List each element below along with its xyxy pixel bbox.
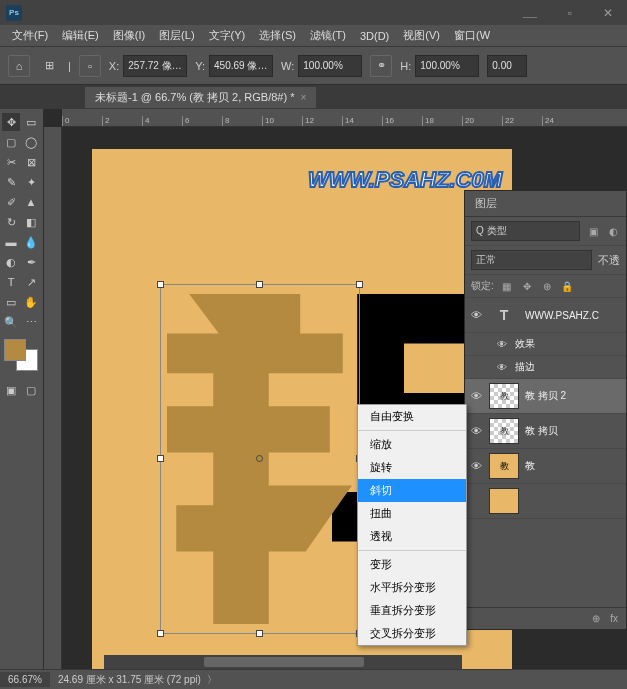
menu-split-horizontal[interactable]: 水平拆分变形 <box>358 576 466 599</box>
handle-bottom-left[interactable] <box>157 630 164 637</box>
link-layers-icon[interactable]: ⊕ <box>592 613 600 624</box>
screenmode-tool[interactable]: ▢ <box>22 381 40 399</box>
clone-tool[interactable]: ▲ <box>22 193 40 211</box>
angle-input[interactable] <box>487 55 527 77</box>
visibility-icon[interactable]: 👁 <box>495 362 509 373</box>
crop-tool[interactable]: ✂ <box>2 153 20 171</box>
x-input[interactable] <box>123 55 187 77</box>
menu-view[interactable]: 视图(V) <box>397 26 446 45</box>
handle-left[interactable] <box>157 455 164 462</box>
layer-copy-2[interactable]: 👁 教 教 拷贝 2 <box>465 379 626 414</box>
pen-tool[interactable]: ✒ <box>22 253 40 271</box>
menu-image[interactable]: 图像(I) <box>107 26 151 45</box>
lock-all-icon[interactable]: 🔒 <box>560 279 574 293</box>
handle-top[interactable] <box>256 281 263 288</box>
menu-warp[interactable]: 变形 <box>358 553 466 576</box>
scrollbar-thumb[interactable] <box>204 657 364 667</box>
status-bar: 66.67% 24.69 厘米 x 31.75 厘米 (72 ppi) 〉 <box>0 669 627 689</box>
menu-divider <box>358 430 466 431</box>
visibility-icon[interactable]: 👁 <box>495 339 509 350</box>
scrollbar-horizontal[interactable] <box>104 655 462 669</box>
menu-split-cross[interactable]: 交叉拆分变形 <box>358 622 466 645</box>
lock-pixels-icon[interactable]: ▦ <box>500 279 514 293</box>
hand-tool[interactable]: ✋ <box>22 293 40 311</box>
type-tool[interactable]: T <box>2 273 20 291</box>
menu-layer[interactable]: 图层(L) <box>153 26 200 45</box>
eraser-tool[interactable]: ◧ <box>22 213 40 231</box>
h-input[interactable] <box>415 55 479 77</box>
handle-center[interactable] <box>256 455 263 462</box>
blend-mode-select[interactable]: 正常 <box>471 250 592 270</box>
layer-original[interactable]: 👁 教 教 <box>465 449 626 484</box>
document-tab[interactable]: 未标题-1 @ 66.7% (教 拷贝 2, RGB/8#) * × <box>85 87 316 108</box>
brush-tool[interactable]: ✐ <box>2 193 20 211</box>
w-input[interactable] <box>298 55 362 77</box>
menu-perspective[interactable]: 透视 <box>358 525 466 548</box>
menu-rotate[interactable]: 旋转 <box>358 456 466 479</box>
visibility-icon[interactable]: 👁 <box>469 460 483 472</box>
link-icon[interactable]: ⚭ <box>370 55 392 77</box>
eyedropper-tool[interactable]: ✎ <box>2 173 20 191</box>
fx-icon[interactable]: fx <box>610 613 618 624</box>
layer-copy-1[interactable]: 👁 教 教 拷贝 <box>465 414 626 449</box>
home-icon[interactable]: ⌂ <box>8 55 30 77</box>
menu-distort[interactable]: 扭曲 <box>358 502 466 525</box>
shape-tool[interactable]: ▭ <box>2 293 20 311</box>
zoom-level[interactable]: 66.67% <box>0 672 50 687</box>
menu-file[interactable]: 文件(F) <box>6 26 54 45</box>
menu-edit[interactable]: 编辑(E) <box>56 26 105 45</box>
layer-stroke-effect[interactable]: 👁 描边 <box>465 356 626 379</box>
visibility-icon[interactable]: 👁 <box>469 390 483 402</box>
handle-top-left[interactable] <box>157 281 164 288</box>
magic-wand-tool[interactable]: ✦ <box>22 173 40 191</box>
quickmask-tool[interactable]: ▣ <box>2 381 20 399</box>
lasso-tool[interactable]: ◯ <box>22 133 40 151</box>
maximize-button[interactable]: ▫ <box>551 0 589 25</box>
frame-tool[interactable]: ⊠ <box>22 153 40 171</box>
visibility-icon[interactable]: 👁 <box>469 309 483 321</box>
artboard-tool[interactable]: ▭ <box>22 113 40 131</box>
transform-icon[interactable]: ⊞ <box>38 55 60 77</box>
layers-panel-tab[interactable]: 图层 <box>465 191 626 217</box>
handle-top-right[interactable] <box>356 281 363 288</box>
minimize-button[interactable] <box>523 10 537 18</box>
y-input[interactable] <box>209 55 273 77</box>
handle-bottom[interactable] <box>256 630 263 637</box>
menu-3d[interactable]: 3D(D) <box>354 28 395 44</box>
gradient-tool[interactable]: ▬ <box>2 233 20 251</box>
reference-point-icon[interactable]: ▫ <box>79 55 101 77</box>
menu-type[interactable]: 文字(Y) <box>203 26 252 45</box>
color-swatches[interactable] <box>2 339 38 375</box>
layer-effects[interactable]: 👁 效果 <box>465 333 626 356</box>
history-brush-tool[interactable]: ↻ <box>2 213 20 231</box>
lock-position-icon[interactable]: ✥ <box>520 279 534 293</box>
marquee-tool[interactable]: ▢ <box>2 133 20 151</box>
dodge-tool[interactable]: ◐ <box>2 253 20 271</box>
menu-filter[interactable]: 滤镜(T) <box>304 26 352 45</box>
edit-toolbar[interactable]: ⋯ <box>22 313 40 331</box>
path-tool[interactable]: ↗ <box>22 273 40 291</box>
menu-scale[interactable]: 缩放 <box>358 433 466 456</box>
filter-image-icon[interactable]: ▣ <box>586 224 600 238</box>
menu-select[interactable]: 选择(S) <box>253 26 302 45</box>
layer-hidden[interactable] <box>465 484 626 519</box>
close-button[interactable]: ✕ <box>589 0 627 25</box>
lock-artboard-icon[interactable]: ⊕ <box>540 279 554 293</box>
visibility-icon[interactable]: 👁 <box>469 425 483 437</box>
menu-window[interactable]: 窗口(W <box>448 26 496 45</box>
ruler-vertical <box>44 127 62 689</box>
options-bar: ⌂ ⊞ | ▫ X: Y: W: ⚭ H: <box>0 47 627 85</box>
zoom-tool[interactable]: 🔍 <box>2 313 20 331</box>
menu-free-transform[interactable]: 自由变换 <box>358 405 466 428</box>
filter-adjust-icon[interactable]: ◐ <box>606 224 620 238</box>
menu-split-vertical[interactable]: 垂直拆分变形 <box>358 599 466 622</box>
move-tool[interactable]: ✥ <box>2 113 20 131</box>
layer-text[interactable]: 👁 T WWW.PSAHZ.C <box>465 298 626 333</box>
foreground-swatch[interactable] <box>4 339 26 361</box>
menu-skew[interactable]: 斜切 <box>358 479 466 502</box>
layers-panel-footer: ⊕ fx <box>465 607 626 629</box>
blur-tool[interactable]: 💧 <box>22 233 40 251</box>
tab-close-icon[interactable]: × <box>300 92 306 103</box>
layer-filter-select[interactable]: Q 类型 <box>471 221 580 241</box>
transform-bounding-box[interactable] <box>160 284 360 634</box>
